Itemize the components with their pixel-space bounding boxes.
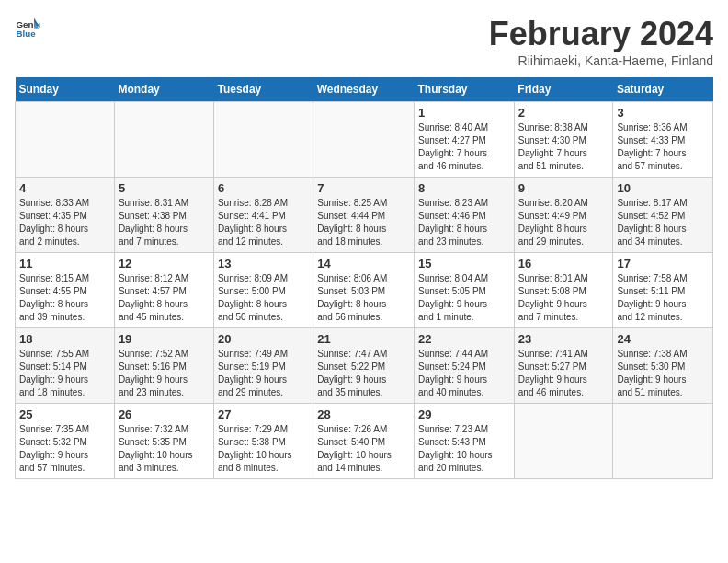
day-info: Sunrise: 7:49 AM Sunset: 5:19 PM Dayligh… [218, 348, 309, 399]
day-info: Sunrise: 7:35 AM Sunset: 5:32 PM Dayligh… [19, 423, 110, 475]
calendar-cell: 14Sunrise: 8:06 AM Sunset: 5:03 PM Dayli… [313, 253, 415, 328]
day-number: 12 [119, 257, 210, 270]
day-of-week-header: Thursday [415, 77, 515, 102]
day-of-week-header: Friday [514, 77, 613, 102]
calendar-cell [514, 404, 613, 479]
day-info: Sunrise: 8:33 AM Sunset: 4:35 PM Dayligh… [19, 197, 110, 248]
day-number: 17 [617, 257, 709, 270]
day-number: 25 [19, 408, 110, 421]
day-number: 3 [617, 106, 709, 120]
day-info: Sunrise: 8:38 AM Sunset: 4:30 PM Dayligh… [518, 121, 609, 173]
calendar-week-row: 25Sunrise: 7:35 AM Sunset: 5:32 PM Dayli… [16, 404, 713, 479]
day-info: Sunrise: 8:36 AM Sunset: 4:33 PM Dayligh… [617, 121, 709, 173]
day-number: 14 [317, 257, 410, 270]
calendar-cell: 12Sunrise: 8:12 AM Sunset: 4:57 PM Dayli… [114, 253, 213, 328]
logo: General Blue [15, 15, 40, 40]
day-info: Sunrise: 8:40 AM Sunset: 4:27 PM Dayligh… [418, 121, 510, 173]
day-info: Sunrise: 8:01 AM Sunset: 5:08 PM Dayligh… [518, 272, 609, 324]
day-of-week-header: Monday [114, 77, 213, 102]
calendar-table: SundayMondayTuesdayWednesdayThursdayFrid… [15, 77, 713, 479]
day-number: 26 [119, 408, 210, 421]
day-number: 21 [317, 332, 410, 346]
subtitle: Riihimaeki, Kanta-Haeme, Finland [489, 53, 713, 68]
day-info: Sunrise: 8:17 AM Sunset: 4:52 PM Dayligh… [617, 197, 709, 248]
header: General Blue February 2024 Riihimaeki, K… [15, 15, 713, 68]
calendar-cell: 22Sunrise: 7:44 AM Sunset: 5:24 PM Dayli… [415, 328, 515, 404]
day-info: Sunrise: 7:32 AM Sunset: 5:35 PM Dayligh… [119, 423, 210, 475]
calendar-week-row: 18Sunrise: 7:55 AM Sunset: 5:14 PM Dayli… [16, 328, 713, 404]
calendar-cell: 7Sunrise: 8:25 AM Sunset: 4:44 PM Daylig… [313, 178, 415, 253]
calendar-cell: 26Sunrise: 7:32 AM Sunset: 5:35 PM Dayli… [114, 404, 213, 479]
calendar-cell: 17Sunrise: 7:58 AM Sunset: 5:11 PM Dayli… [613, 253, 713, 328]
day-of-week-header: Sunday [16, 77, 115, 102]
calendar-cell: 13Sunrise: 8:09 AM Sunset: 5:00 PM Dayli… [213, 253, 313, 328]
calendar-cell [613, 404, 713, 479]
calendar-header-row: SundayMondayTuesdayWednesdayThursdayFrid… [16, 77, 713, 102]
calendar-cell: 3Sunrise: 8:36 AM Sunset: 4:33 PM Daylig… [613, 102, 713, 178]
day-info: Sunrise: 8:09 AM Sunset: 5:00 PM Dayligh… [218, 272, 309, 324]
calendar-week-row: 11Sunrise: 8:15 AM Sunset: 4:55 PM Dayli… [16, 253, 713, 328]
calendar-cell: 24Sunrise: 7:38 AM Sunset: 5:30 PM Dayli… [613, 328, 713, 404]
calendar-cell [213, 102, 313, 178]
day-of-week-header: Wednesday [313, 77, 415, 102]
calendar-cell: 23Sunrise: 7:41 AM Sunset: 5:27 PM Dayli… [514, 328, 613, 404]
day-info: Sunrise: 8:23 AM Sunset: 4:46 PM Dayligh… [418, 197, 510, 248]
day-info: Sunrise: 7:47 AM Sunset: 5:22 PM Dayligh… [317, 348, 410, 399]
day-of-week-header: Saturday [613, 77, 713, 102]
calendar-cell: 25Sunrise: 7:35 AM Sunset: 5:32 PM Dayli… [16, 404, 115, 479]
day-number: 7 [317, 181, 410, 195]
day-number: 4 [19, 181, 110, 195]
calendar-cell: 5Sunrise: 8:31 AM Sunset: 4:38 PM Daylig… [114, 178, 213, 253]
calendar-cell: 15Sunrise: 8:04 AM Sunset: 5:05 PM Dayli… [415, 253, 515, 328]
day-number: 24 [617, 332, 709, 346]
calendar-cell: 10Sunrise: 8:17 AM Sunset: 4:52 PM Dayli… [613, 178, 713, 253]
calendar-cell: 11Sunrise: 8:15 AM Sunset: 4:55 PM Dayli… [16, 253, 115, 328]
calendar-cell: 19Sunrise: 7:52 AM Sunset: 5:16 PM Dayli… [114, 328, 213, 404]
day-info: Sunrise: 8:06 AM Sunset: 5:03 PM Dayligh… [317, 272, 410, 324]
calendar-cell: 4Sunrise: 8:33 AM Sunset: 4:35 PM Daylig… [16, 178, 115, 253]
day-info: Sunrise: 7:38 AM Sunset: 5:30 PM Dayligh… [617, 348, 709, 399]
calendar-body: 1Sunrise: 8:40 AM Sunset: 4:27 PM Daylig… [16, 102, 713, 479]
day-info: Sunrise: 7:52 AM Sunset: 5:16 PM Dayligh… [119, 348, 210, 399]
logo-icon: General Blue [15, 15, 40, 40]
day-info: Sunrise: 7:55 AM Sunset: 5:14 PM Dayligh… [19, 348, 110, 399]
day-info: Sunrise: 8:04 AM Sunset: 5:05 PM Dayligh… [418, 272, 510, 324]
calendar-cell: 6Sunrise: 8:28 AM Sunset: 4:41 PM Daylig… [213, 178, 313, 253]
day-number: 5 [119, 181, 210, 195]
calendar-cell: 28Sunrise: 7:26 AM Sunset: 5:40 PM Dayli… [313, 404, 415, 479]
day-number: 16 [518, 257, 609, 270]
day-info: Sunrise: 8:12 AM Sunset: 4:57 PM Dayligh… [119, 272, 210, 324]
day-of-week-header: Tuesday [213, 77, 313, 102]
day-number: 18 [19, 332, 110, 346]
day-info: Sunrise: 7:58 AM Sunset: 5:11 PM Dayligh… [617, 272, 709, 324]
day-info: Sunrise: 7:41 AM Sunset: 5:27 PM Dayligh… [518, 348, 609, 399]
day-info: Sunrise: 8:15 AM Sunset: 4:55 PM Dayligh… [19, 272, 110, 324]
day-number: 29 [418, 408, 510, 421]
day-number: 6 [218, 181, 309, 195]
day-info: Sunrise: 8:31 AM Sunset: 4:38 PM Dayligh… [119, 197, 210, 248]
calendar-week-row: 4Sunrise: 8:33 AM Sunset: 4:35 PM Daylig… [16, 178, 713, 253]
day-number: 15 [418, 257, 510, 270]
calendar-cell: 8Sunrise: 8:23 AM Sunset: 4:46 PM Daylig… [415, 178, 515, 253]
day-number: 23 [518, 332, 609, 346]
day-info: Sunrise: 7:26 AM Sunset: 5:40 PM Dayligh… [317, 423, 410, 475]
calendar-cell [114, 102, 213, 178]
day-number: 8 [418, 181, 510, 195]
day-number: 9 [518, 181, 609, 195]
day-number: 19 [119, 332, 210, 346]
day-number: 20 [218, 332, 309, 346]
calendar-week-row: 1Sunrise: 8:40 AM Sunset: 4:27 PM Daylig… [16, 102, 713, 178]
day-info: Sunrise: 8:28 AM Sunset: 4:41 PM Dayligh… [218, 197, 309, 248]
day-number: 10 [617, 181, 709, 195]
calendar-cell: 20Sunrise: 7:49 AM Sunset: 5:19 PM Dayli… [213, 328, 313, 404]
day-number: 28 [317, 408, 410, 421]
day-info: Sunrise: 8:20 AM Sunset: 4:49 PM Dayligh… [518, 197, 609, 248]
day-info: Sunrise: 8:25 AM Sunset: 4:44 PM Dayligh… [317, 197, 410, 248]
calendar-cell [16, 102, 115, 178]
calendar-cell: 18Sunrise: 7:55 AM Sunset: 5:14 PM Dayli… [16, 328, 115, 404]
calendar-cell: 2Sunrise: 8:38 AM Sunset: 4:30 PM Daylig… [514, 102, 613, 178]
calendar-cell: 1Sunrise: 8:40 AM Sunset: 4:27 PM Daylig… [415, 102, 515, 178]
title-area: February 2024 Riihimaeki, Kanta-Haeme, F… [489, 15, 713, 68]
svg-text:Blue: Blue [16, 29, 36, 39]
calendar-cell: 16Sunrise: 8:01 AM Sunset: 5:08 PM Dayli… [514, 253, 613, 328]
